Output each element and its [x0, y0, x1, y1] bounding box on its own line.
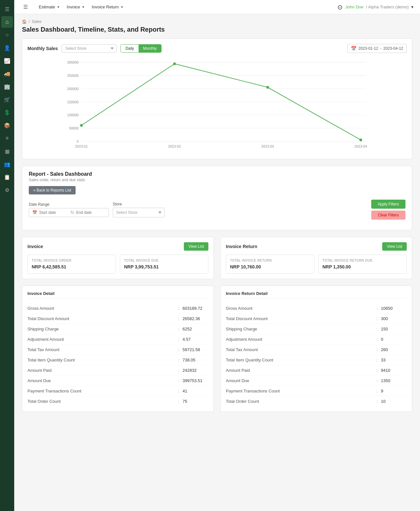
- invoice-return-block-header: Invoice Return View List: [226, 242, 407, 251]
- invoice-stats-cards: TOTAL INVOICE ORDER NRP 6,42,585.51 TOTA…: [27, 255, 208, 274]
- detail-item-sep: :: [376, 316, 378, 321]
- detail-item-label: Total Tax Amount: [27, 347, 175, 352]
- date-calendar-icon: 📅: [32, 210, 37, 215]
- settings-icon[interactable]: ⚙: [1, 184, 13, 196]
- back-to-reports-btn[interactable]: « Back to Reports List: [29, 186, 76, 194]
- detail-item-sep: :: [376, 347, 378, 352]
- nav-hamburger[interactable]: ☰: [21, 2, 30, 12]
- breadcrumb-home[interactable]: 🏠: [22, 19, 27, 24]
- detail-item-sep: :: [376, 306, 378, 311]
- svg-text:150000: 150000: [67, 100, 79, 104]
- to-label: To: [70, 210, 74, 215]
- daily-toggle-btn[interactable]: Daily: [121, 45, 139, 52]
- detail-item: Shipping Charge : 6252: [27, 324, 208, 334]
- person-icon[interactable]: 👤: [1, 42, 13, 54]
- hamburger-icon[interactable]: ☰: [1, 3, 13, 15]
- svg-text:250000: 250000: [67, 74, 79, 78]
- filters-row: Date Range 📅 To Store Select Store Ap: [29, 200, 405, 220]
- detail-item: Total Tax Amount : 59721.58: [27, 345, 208, 355]
- invoice-return-detail-block: Invoice Return Detail Gross Amount : 106…: [220, 286, 412, 412]
- invoice-block-title: Invoice: [27, 244, 43, 249]
- detail-item-label: Payment Transactions Count: [27, 389, 175, 393]
- dollar-icon[interactable]: 💲: [1, 107, 13, 118]
- detail-item-sep: :: [178, 358, 179, 362]
- svg-text:2023-04: 2023-04: [354, 144, 367, 148]
- detail-item-value: 242832: [183, 368, 208, 373]
- detail-item-value: 738.05: [183, 358, 208, 362]
- detail-item-value: 9: [381, 389, 407, 393]
- detail-item-value: 603189.72: [183, 306, 208, 311]
- detail-item-value: 0: [381, 337, 407, 342]
- svg-point-15: [173, 62, 176, 65]
- detail-item-label: Total Item Quantity Count: [226, 358, 373, 362]
- top-nav-menu: Estimate Invoice Invoice Return: [36, 3, 126, 11]
- detail-item-label: Total Item Quantity Count: [27, 358, 175, 362]
- detail-item: Total Item Quantity Count : 738.05: [27, 355, 208, 365]
- detail-item-sep: :: [376, 368, 378, 373]
- invoice-view-list-btn[interactable]: View List: [184, 242, 208, 251]
- chart-container: 300000 250000 200000 150000 100000 50000…: [27, 57, 407, 154]
- detail-item: Total Item Quantity Count : 33: [226, 355, 407, 365]
- circle-icon[interactable]: ○: [1, 29, 13, 41]
- detail-item: Total Discount Amount : 300: [226, 314, 407, 324]
- total-invoice-return-value: NRP 10,760.00: [230, 264, 310, 269]
- detail-item-label: Gross Amount: [27, 306, 175, 311]
- report-icon[interactable]: 📋: [1, 171, 13, 183]
- clear-filters-btn[interactable]: Clear Filters: [371, 211, 405, 220]
- truck-icon[interactable]: 🚚: [1, 68, 13, 79]
- detail-item-label: Amount Paid: [27, 368, 175, 373]
- detail-item-sep: :: [178, 306, 179, 311]
- nav-estimate[interactable]: Estimate: [36, 3, 62, 11]
- detail-item: Adjustment Amount : 0: [226, 334, 407, 345]
- detail-item-value: 6252: [183, 327, 208, 331]
- detail-item: Shipping Charge : 150: [226, 324, 407, 334]
- chart-icon[interactable]: 📈: [1, 55, 13, 67]
- nav-invoice-return[interactable]: Invoice Return: [89, 3, 126, 11]
- user-dropdown-icon: ▾: [411, 5, 414, 9]
- svg-text:2023-03: 2023-03: [261, 144, 274, 148]
- list-icon[interactable]: ≡: [1, 132, 13, 144]
- view-toggle: Daily Monthly: [121, 44, 162, 53]
- detail-item-value: 75: [183, 399, 208, 404]
- detail-item: Amount Paid : 9410: [226, 365, 407, 376]
- nav-user[interactable]: ⊙ John Doe / Alpha Traders (demo) ▾: [337, 3, 414, 11]
- invoice-return-stats-block: Invoice Return View List TOTAL INVOICE R…: [220, 237, 412, 279]
- invoice-detail-items: Gross Amount : 603189.72 Total Discount …: [27, 303, 208, 406]
- nav-invoice[interactable]: Invoice: [64, 3, 87, 11]
- total-invoice-order-card: TOTAL INVOICE ORDER NRP 6,42,585.51: [27, 255, 116, 274]
- invoice-detail-block: Invoice Detail Gross Amount : 603189.72 …: [22, 286, 214, 412]
- detail-item-label: Adjustment Amount: [226, 337, 373, 342]
- basket-icon[interactable]: 🛒: [1, 94, 13, 105]
- building-icon[interactable]: 🏢: [1, 81, 13, 92]
- total-invoice-return-due-label: TOTAL INVOICE RETURN DUE: [322, 259, 403, 262]
- invoice-return-stats-cards: TOTAL INVOICE RETURN NRP 10,760.00 TOTAL…: [226, 255, 407, 274]
- detail-item: Adjustment Amount : 4.57: [27, 334, 208, 345]
- end-date-input[interactable]: [76, 210, 105, 215]
- detail-item-label: Total Order Count: [27, 399, 175, 404]
- invoice-return-view-list-btn[interactable]: View List: [382, 242, 407, 251]
- grid-icon[interactable]: ▦: [1, 145, 13, 157]
- sales-chart-svg: 300000 250000 200000 150000 100000 50000…: [27, 57, 407, 154]
- box-icon[interactable]: 📦: [1, 120, 13, 131]
- detail-item-sep: :: [178, 389, 179, 393]
- apply-filters-btn[interactable]: Apply Filters: [371, 200, 405, 209]
- store-filter-select[interactable]: Select Store: [113, 208, 164, 217]
- detail-item-value: 26582.36: [183, 316, 208, 321]
- detail-item-sep: :: [178, 337, 179, 342]
- detail-item-sep: :: [178, 368, 179, 373]
- people-icon[interactable]: 👥: [1, 158, 13, 170]
- start-date-input[interactable]: [39, 210, 68, 215]
- chart-store-select[interactable]: Select Store: [62, 44, 117, 53]
- store-filter-group: Store Select Store: [113, 202, 164, 217]
- total-invoice-return-card: TOTAL INVOICE RETURN NRP 10,760.00: [226, 255, 314, 274]
- detail-item: Amount Paid : 242832: [27, 365, 208, 376]
- detail-item-sep: :: [178, 378, 179, 383]
- detail-item-label: Gross Amount: [226, 306, 373, 311]
- report-title: Report - Sales Dashboard: [29, 171, 405, 177]
- total-invoice-due-label: TOTAL INVOICE DUE: [124, 259, 204, 262]
- monthly-toggle-btn[interactable]: Monthly: [139, 45, 161, 52]
- user-company: / Alpha Traders (demo): [366, 5, 409, 9]
- detail-item: Total Discount Amount : 26582.36: [27, 314, 208, 324]
- home-icon[interactable]: ⌂: [1, 16, 13, 28]
- chart-date-separator: -: [380, 46, 382, 51]
